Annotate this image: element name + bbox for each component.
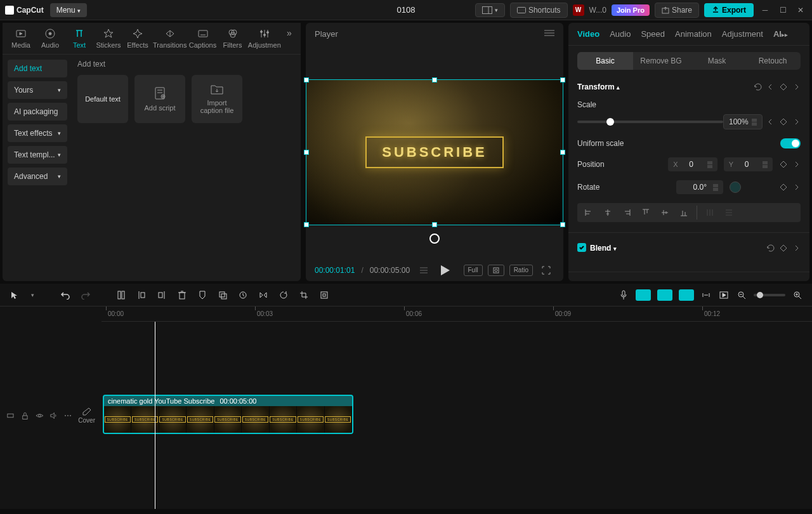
position-x-input[interactable]: X0 <box>668 157 717 171</box>
close-button[interactable]: ✕ <box>794 4 807 16</box>
keyframe-next-icon[interactable] <box>792 82 801 91</box>
player-menu-icon[interactable] <box>544 29 554 37</box>
trim-right-tool[interactable] <box>156 289 167 301</box>
zoom-out[interactable] <box>736 289 747 301</box>
align-top[interactable] <box>637 206 655 220</box>
rotate-handle[interactable] <box>429 234 440 244</box>
resize-handle-br[interactable] <box>560 222 565 227</box>
split-tool[interactable] <box>115 289 127 301</box>
prop-tab-speed[interactable]: Speed <box>641 29 665 39</box>
redo-button[interactable] <box>80 289 91 301</box>
blend-header[interactable]: Blend ▾ <box>577 243 617 253</box>
preview-tool[interactable] <box>718 289 730 301</box>
tab-text[interactable]: Text <box>66 27 93 50</box>
mic-tool[interactable] <box>618 289 629 301</box>
sidebar-text-effects[interactable]: Text effects▾ <box>8 124 67 142</box>
snap-main-toggle[interactable] <box>636 289 651 301</box>
rotate-tool[interactable] <box>278 289 289 301</box>
snap-track-toggle[interactable] <box>657 289 672 301</box>
export-button[interactable]: Export <box>704 3 754 17</box>
align-right[interactable] <box>618 206 636 220</box>
undo-button[interactable] <box>60 289 71 301</box>
layout-button[interactable]: ▾ <box>475 3 505 17</box>
maximize-button[interactable]: ☐ <box>776 4 789 16</box>
align-center-v[interactable] <box>656 206 674 220</box>
tab-media[interactable]: Media <box>8 27 34 50</box>
freeze-tool[interactable] <box>318 289 330 301</box>
transform-header[interactable]: Transform ▴ <box>577 82 620 91</box>
keyframe-next-icon[interactable] <box>792 183 801 192</box>
reverse-tool[interactable] <box>237 289 249 301</box>
lock-icon[interactable] <box>21 411 29 420</box>
subtab-remove-bg[interactable]: Remove BG <box>633 52 689 70</box>
select-tool[interactable] <box>9 289 20 301</box>
keyframe-next-icon[interactable] <box>792 117 801 126</box>
prop-tab-ai[interactable]: AI▸▸ <box>773 29 788 39</box>
tab-audio[interactable]: Audio <box>37 27 63 50</box>
tab-captions[interactable]: Captions <box>188 27 216 50</box>
rotate-dial[interactable] <box>730 181 741 193</box>
mirror-tool[interactable] <box>258 289 269 301</box>
sidebar-advanced[interactable]: Advanced▾ <box>8 168 67 185</box>
scale-input[interactable]: 100% <box>723 114 763 129</box>
video-preview[interactable]: SUBSCRIBE <box>306 79 563 225</box>
sidebar-add-text[interactable]: Add text <box>8 60 67 77</box>
keyframe-icon[interactable] <box>779 183 788 192</box>
ratio-button[interactable]: Ratio <box>509 265 533 276</box>
reset-icon[interactable] <box>754 82 763 91</box>
delete-tool[interactable] <box>176 289 188 301</box>
subtab-mask[interactable]: Mask <box>689 52 745 70</box>
cover-button[interactable]: Cover <box>78 407 95 424</box>
prop-tab-adjustment[interactable]: Adjustment <box>722 29 763 39</box>
crop-tool[interactable] <box>298 289 310 301</box>
align-left[interactable] <box>580 206 598 220</box>
sidebar-text-templates[interactable]: Text templ...▾ <box>8 146 67 164</box>
card-default-text[interactable]: Default text <box>77 75 128 123</box>
keyframe-icon[interactable] <box>779 244 788 253</box>
list-icon[interactable] <box>420 267 428 274</box>
sidebar-ai-packaging[interactable]: AI packaging <box>8 103 67 121</box>
tab-adjustment[interactable]: Adjustmen <box>249 27 280 50</box>
prop-tab-animation[interactable]: Animation <box>675 29 712 39</box>
join-pro-button[interactable]: Join Pro <box>612 4 650 16</box>
link-tool[interactable] <box>700 289 712 301</box>
playhead[interactable] <box>155 322 155 509</box>
resize-handle-tr[interactable] <box>560 77 565 82</box>
reset-icon[interactable] <box>766 244 775 253</box>
tab-effects[interactable]: Effects <box>124 27 151 50</box>
tab-more[interactable]: » <box>283 27 296 50</box>
prop-tab-video[interactable]: Video <box>577 29 599 39</box>
fullscreen-button[interactable] <box>538 265 554 276</box>
keyframe-icon[interactable] <box>779 117 788 126</box>
prop-tab-audio[interactable]: Audio <box>610 29 631 39</box>
eye-icon[interactable] <box>36 411 44 420</box>
uniform-scale-toggle[interactable] <box>780 138 801 148</box>
align-center-h[interactable] <box>599 206 617 220</box>
resize-handle-ml[interactable] <box>304 150 309 155</box>
snap-clip-toggle[interactable] <box>679 289 694 301</box>
subtab-retouch[interactable]: Retouch <box>745 52 801 70</box>
resize-handle-tm[interactable] <box>432 77 437 82</box>
position-y-input[interactable]: Y0 <box>724 157 773 171</box>
card-import-caption[interactable]: Import caption file <box>192 75 242 123</box>
keyframe-prev-icon[interactable] <box>766 117 775 126</box>
menu-button[interactable]: Menu ▾ <box>50 3 87 17</box>
crop-preview-button[interactable] <box>488 265 504 276</box>
speaker-icon[interactable] <box>49 411 58 420</box>
user-avatar[interactable]: W <box>573 4 584 16</box>
zoom-slider[interactable] <box>754 294 785 296</box>
sidebar-yours[interactable]: Yours▾ <box>8 81 67 99</box>
keyframe-prev-icon[interactable] <box>766 82 775 91</box>
play-button[interactable] <box>441 265 450 275</box>
minimize-button[interactable]: ─ <box>759 4 771 16</box>
tab-transitions[interactable]: Transitions <box>154 27 186 50</box>
resize-handle-bm[interactable] <box>432 222 437 227</box>
select-dropdown[interactable]: ▾ <box>29 289 36 301</box>
zoom-in[interactable] <box>792 289 803 301</box>
rotate-input[interactable]: 0.0° <box>676 180 723 194</box>
trim-left-tool[interactable] <box>136 289 147 301</box>
copy-tool[interactable] <box>217 289 228 301</box>
timeline-ruler[interactable]: 00:00 00:03 00:06 00:09 00:12 <box>102 306 812 322</box>
tab-stickers[interactable]: Stickers <box>95 27 122 50</box>
shortcuts-button[interactable]: Shortcuts <box>510 3 568 18</box>
